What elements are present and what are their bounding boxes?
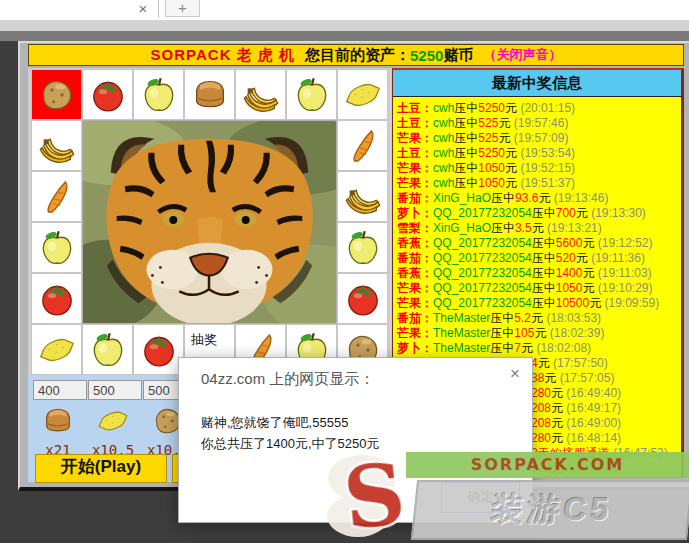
browser-tab-strip: × + xyxy=(0,0,689,20)
watermark-logo-text: 装游C5 xyxy=(490,491,615,527)
apple-icon[interactable] xyxy=(82,324,133,375)
assets-label: 您目前的资产： xyxy=(305,46,410,65)
watermark-s-logo: S xyxy=(318,448,428,543)
carrot-icon[interactable] xyxy=(31,171,82,222)
tomato-icon[interactable] xyxy=(31,273,82,324)
mute-sound-link[interactable]: （关闭声音） xyxy=(483,46,561,64)
play-button[interactable]: 开始(Play) xyxy=(35,454,167,483)
winning-line: 土豆：cwh压中5250元 (20:01:15) xyxy=(397,101,681,116)
dialog-close-icon[interactable]: × xyxy=(510,364,520,384)
winning-line: 土豆：cwh压中525元 (19:57:46) xyxy=(397,116,681,131)
toolbar-band xyxy=(0,20,689,31)
brand-title: SORPACK 老 虎 机 xyxy=(151,46,295,65)
bet-input-2[interactable] xyxy=(88,380,142,400)
app-root: × + SORPACK 老 虎 机 您目前的资产： 5250 赌币 （关闭声音）… xyxy=(0,0,689,543)
tomato-icon[interactable] xyxy=(337,273,388,324)
winning-info-title: 最新中奖信息 xyxy=(393,70,681,97)
game-title-bar: SORPACK 老 虎 机 您目前的资产： 5250 赌币 （关闭声音） xyxy=(28,44,684,66)
winning-line: 芒果：QQ_20177232054压中1050元 (19:10:29) xyxy=(397,281,681,296)
banana-icon[interactable] xyxy=(31,120,82,171)
new-tab-button[interactable]: + xyxy=(165,0,200,17)
bread-icon[interactable] xyxy=(184,69,235,120)
winning-line: 芒果：cwh压中525元 (19:57:09) xyxy=(397,131,681,146)
winning-line: 芒果：cwh压中1050元 (19:51:37) xyxy=(397,176,681,191)
apple-icon[interactable] xyxy=(286,69,337,120)
apple-icon[interactable] xyxy=(133,69,184,120)
winning-line: 萝卜：QQ_20177232054压中700元 (19:13:30) xyxy=(397,206,681,221)
tomato-icon[interactable] xyxy=(133,324,184,375)
tiger-photo xyxy=(82,120,337,324)
slot-grid: 抽奖 xyxy=(31,69,388,375)
watermark: SORPACK.COM 装游C5 S xyxy=(318,444,689,543)
tomato-icon[interactable] xyxy=(82,69,133,120)
multiplier-lemon: x10.5 xyxy=(88,404,138,458)
assets-value: 5250 xyxy=(410,47,443,64)
winning-line: 番茄：XinG_HaO压中93.6元 (19:13:46) xyxy=(397,191,681,206)
apple-icon[interactable] xyxy=(31,222,82,273)
potato-icon[interactable] xyxy=(31,69,82,120)
watermark-logo-plate: 装游C5 xyxy=(411,480,689,540)
winning-line: 香蕉：QQ_20177232054压中5600元 (19:12:52) xyxy=(397,236,681,251)
winning-line: 芒果：cwh压中1050元 (19:52:15) xyxy=(397,161,681,176)
assets-unit: 赌币 xyxy=(443,46,473,65)
lemon-icon[interactable] xyxy=(31,324,82,375)
multiplier-bread: x21 xyxy=(33,404,83,458)
winning-line: 番茄：TheMaster压中5.2元 (18:03:53) xyxy=(397,311,681,326)
watermark-site-text: SORPACK.COM xyxy=(406,452,689,478)
svg-text:S: S xyxy=(339,448,410,543)
lemon-icon[interactable] xyxy=(337,69,388,120)
window-top-edge xyxy=(0,31,689,41)
tab-close-icon[interactable]: × xyxy=(133,0,153,18)
winning-line: 香蕉：QQ_20177232054压中1400元 (19:11:03) xyxy=(397,266,681,281)
winning-line: 番茄：QQ_20177232054压中520元 (19:11:36) xyxy=(397,251,681,266)
dialog-title: 04zz.com 上的网页显示： xyxy=(201,370,374,389)
tab-separator xyxy=(158,0,159,18)
winning-line: 雪梨：XinG_HaO压中3.5元 (19:13:21) xyxy=(397,221,681,236)
winning-line: 芒果：QQ_20177232054压中10500元 (19:09:59) xyxy=(397,296,681,311)
winning-line: 萝卜：TheMaster压中7元 (18:02:08) xyxy=(397,341,681,356)
winning-line: 芒果：TheMaster压中105元 (18:02:39) xyxy=(397,326,681,341)
dialog-line-1: 赌神,您就饶了俺吧,55555 xyxy=(201,412,379,433)
apple-icon[interactable] xyxy=(337,222,388,273)
winning-line: 土豆：cwh压中5250元 (19:53:54) xyxy=(397,146,681,161)
banana-icon[interactable] xyxy=(337,171,388,222)
banana-icon[interactable] xyxy=(235,69,286,120)
bet-input-1[interactable] xyxy=(33,380,87,400)
carrot-icon[interactable] xyxy=(337,120,388,171)
